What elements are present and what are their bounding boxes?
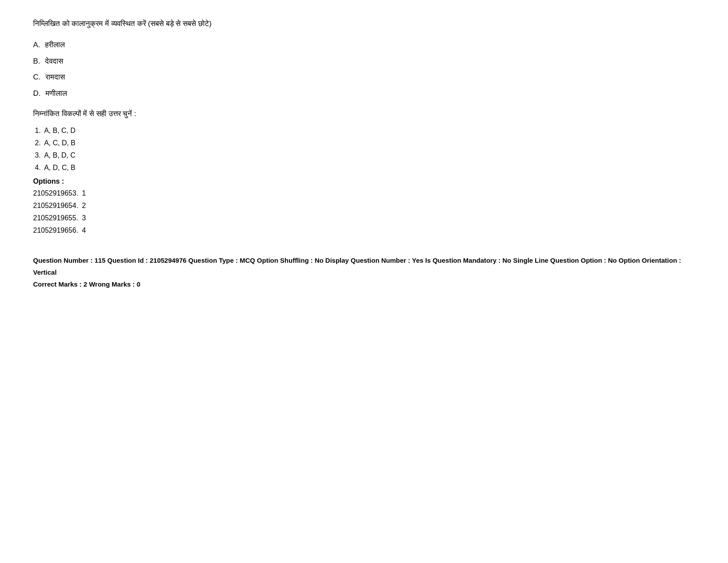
options-list: A. हरीलाल B. देवदास C. रामदास D. मणीलाल [33,38,695,100]
numbered-option-1: 1. A, B, C, D [35,125,695,137]
option-b-text: देवदास [45,57,63,65]
numbered-options-list: 1. A, B, C, D 2. A, C, D, B 3. A, B, D, … [33,125,695,174]
metadata-line2-text: Correct Marks : 2 Wrong Marks : 0 [33,280,140,288]
option-id-1-id: 21052919653. [33,189,78,197]
numbered-option-2: 2. A, C, D, B [35,137,695,149]
option-a: A. हरीलाल [33,38,695,52]
num-1-text: A, B, C, D [44,127,75,134]
num-3: 3. [35,151,41,159]
option-id-3: 21052919655. 3 [33,212,695,224]
num-4-text: A, D, C, B [44,164,75,171]
option-id-4-val: 4 [82,227,86,234]
option-d: D. मणीलाल [33,87,695,101]
num-3-text: A, B, D, C [44,151,75,159]
option-id-2-val: 2 [82,202,86,209]
option-c: C. रामदास [33,71,695,84]
option-c-label: C. [33,73,41,81]
question-instruction: निम्लिखित को कालानुक्रम में व्यवस्थित कर… [33,18,695,30]
numbered-option-3: 3. A, B, D, C [35,149,695,162]
question-container: निम्लिखित को कालानुक्रम में व्यवस्थित कर… [33,18,695,290]
option-id-3-id: 21052919655. [33,214,78,222]
num-1: 1. [35,127,41,134]
metadata-line1-text: Question Number : 115 Question Id : 2105… [33,257,681,276]
option-a-label: A. [33,41,40,49]
num-2-text: A, C, D, B [44,139,75,147]
metadata-line2: Correct Marks : 2 Wrong Marks : 0 [33,278,695,290]
metadata-line1: Question Number : 115 Question Id : 2105… [33,254,695,278]
sub-question-text: निम्नांकित विकल्पों में से सही उत्तर चुन… [33,110,695,118]
option-d-label: D. [33,89,41,98]
metadata-block: Question Number : 115 Question Id : 2105… [33,254,695,290]
option-ids-list: 21052919653. 1 21052919654. 2 2105291965… [33,187,695,237]
options-label: Options : [33,178,695,185]
option-id-4-id: 21052919656. [33,227,78,234]
numbered-option-4: 4. A, D, C, B [35,162,695,174]
num-2: 2. [35,139,41,147]
option-d-text: मणीलाल [45,89,67,98]
option-id-2-id: 21052919654. [33,202,78,209]
option-id-1-val: 1 [82,189,86,197]
option-b-label: B. [33,57,40,65]
option-id-2: 21052919654. 2 [33,200,695,212]
option-c-text: रामदास [45,73,65,81]
num-4: 4. [35,164,41,171]
option-id-3-val: 3 [82,214,86,222]
option-id-4: 21052919656. 4 [33,224,695,237]
option-b: B. देवदास [33,55,695,68]
option-a-text: हरीलाल [45,41,65,49]
option-id-1: 21052919653. 1 [33,187,695,200]
